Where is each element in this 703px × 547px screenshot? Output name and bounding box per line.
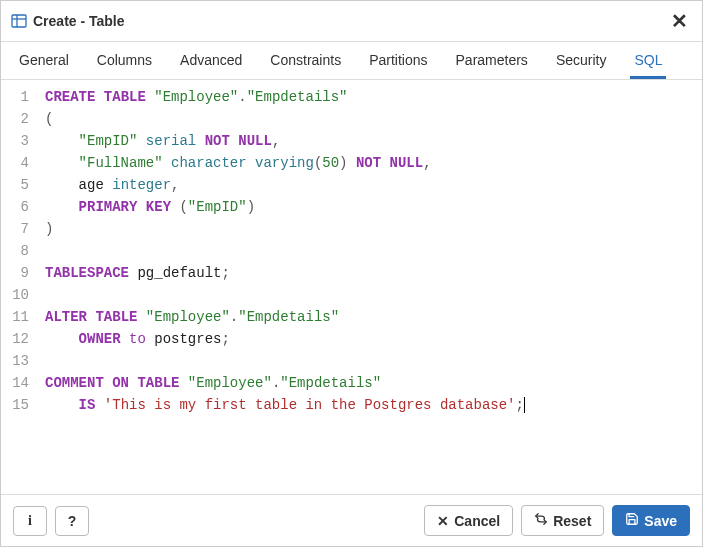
line-number: 11 bbox=[5, 306, 29, 328]
tab-general[interactable]: General bbox=[15, 42, 73, 79]
tab-columns[interactable]: Columns bbox=[93, 42, 156, 79]
tab-security[interactable]: Security bbox=[552, 42, 611, 79]
code-line[interactable]: ( bbox=[45, 108, 525, 130]
close-icon: ✕ bbox=[437, 513, 449, 529]
line-number: 12 bbox=[5, 328, 29, 350]
save-icon bbox=[625, 512, 639, 529]
tab-advanced[interactable]: Advanced bbox=[176, 42, 246, 79]
tab-parameters[interactable]: Parameters bbox=[452, 42, 532, 79]
help-button[interactable]: ? bbox=[55, 506, 89, 536]
code-line[interactable]: ALTER TABLE "Employee"."Empdetails" bbox=[45, 306, 525, 328]
code-line[interactable]: PRIMARY KEY ("EmpID") bbox=[45, 196, 525, 218]
code-line[interactable]: COMMENT ON TABLE "Employee"."Empdetails" bbox=[45, 372, 525, 394]
code-line[interactable] bbox=[45, 240, 525, 262]
line-number: 1 bbox=[5, 86, 29, 108]
line-number: 5 bbox=[5, 174, 29, 196]
info-icon: i bbox=[28, 513, 32, 529]
code-line[interactable]: "FullName" character varying(50) NOT NUL… bbox=[45, 152, 525, 174]
code-line[interactable] bbox=[45, 284, 525, 306]
line-number: 6 bbox=[5, 196, 29, 218]
code-content[interactable]: CREATE TABLE "Employee"."Empdetails"( "E… bbox=[37, 80, 533, 494]
line-number: 7 bbox=[5, 218, 29, 240]
tab-partitions[interactable]: Partitions bbox=[365, 42, 431, 79]
reset-button[interactable]: Reset bbox=[521, 505, 604, 536]
line-number: 14 bbox=[5, 372, 29, 394]
svg-rect-0 bbox=[12, 15, 26, 27]
code-line[interactable]: TABLESPACE pg_default; bbox=[45, 262, 525, 284]
line-gutter: 123456789101112131415 bbox=[1, 80, 37, 494]
dialog-footer: i ? ✕ Cancel Reset Save bbox=[1, 494, 702, 546]
code-line[interactable]: age integer, bbox=[45, 174, 525, 196]
button-label: Reset bbox=[553, 513, 591, 529]
close-icon[interactable]: ✕ bbox=[667, 9, 692, 33]
line-number: 10 bbox=[5, 284, 29, 306]
sql-editor[interactable]: 123456789101112131415 CREATE TABLE "Empl… bbox=[1, 80, 702, 494]
line-number: 15 bbox=[5, 394, 29, 416]
table-icon bbox=[11, 13, 27, 29]
code-line[interactable]: IS 'This is my first table in the Postgr… bbox=[45, 394, 525, 416]
button-label: Save bbox=[644, 513, 677, 529]
titlebar: Create - Table ✕ bbox=[1, 1, 702, 42]
cancel-button[interactable]: ✕ Cancel bbox=[424, 505, 513, 536]
line-number: 3 bbox=[5, 130, 29, 152]
code-line[interactable]: CREATE TABLE "Employee"."Empdetails" bbox=[45, 86, 525, 108]
line-number: 8 bbox=[5, 240, 29, 262]
code-line[interactable]: ) bbox=[45, 218, 525, 240]
dialog-title: Create - Table bbox=[33, 13, 667, 29]
save-button[interactable]: Save bbox=[612, 505, 690, 536]
info-button[interactable]: i bbox=[13, 506, 47, 536]
create-table-dialog: Create - Table ✕ GeneralColumnsAdvancedC… bbox=[0, 0, 703, 547]
line-number: 4 bbox=[5, 152, 29, 174]
code-line[interactable]: "EmpID" serial NOT NULL, bbox=[45, 130, 525, 152]
line-number: 13 bbox=[5, 350, 29, 372]
code-line[interactable]: OWNER to postgres; bbox=[45, 328, 525, 350]
tab-sql[interactable]: SQL bbox=[630, 42, 666, 79]
button-label: Cancel bbox=[454, 513, 500, 529]
line-number: 9 bbox=[5, 262, 29, 284]
recycle-icon bbox=[534, 512, 548, 529]
line-number: 2 bbox=[5, 108, 29, 130]
question-icon: ? bbox=[68, 513, 77, 529]
code-line[interactable] bbox=[45, 350, 525, 372]
tab-constraints[interactable]: Constraints bbox=[266, 42, 345, 79]
tab-bar: GeneralColumnsAdvancedConstraintsPartiti… bbox=[1, 42, 702, 80]
